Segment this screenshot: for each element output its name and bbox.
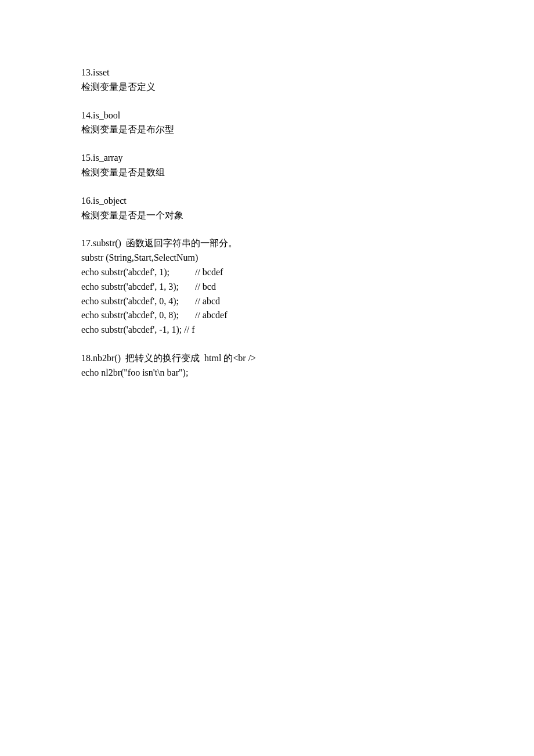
code-line: echo substr('abcdef', 1, 3); // bcd	[81, 280, 453, 294]
item-description: 检测变量是否定义	[81, 80, 453, 95]
code-line: echo substr('abcdef', 1); // bcdef	[81, 265, 453, 280]
section-17: 17.substr() 函数返回字符串的一部分。 substr (String,…	[81, 236, 453, 337]
code-line: echo nl2br("foo isn't\n bar");	[81, 366, 453, 380]
item-description: 检测变量是否是一个对象	[81, 208, 453, 223]
item-description: 检测变量是否是数组	[81, 165, 453, 180]
item-title: 18.nb2br() 把转义的换行变成 html 的<br />	[81, 351, 453, 366]
code-line: echo substr('abcdef', -1, 1); // f	[81, 323, 453, 337]
section-18: 18.nb2br() 把转义的换行变成 html 的<br /> echo nl…	[81, 351, 453, 380]
code-line: echo substr('abcdef', 0, 8); // abcdef	[81, 308, 453, 323]
section-16: 16.is_object 检测变量是否是一个对象	[81, 194, 453, 223]
item-title: 16.is_object	[81, 194, 453, 208]
item-title: 15.is_array	[81, 151, 453, 165]
item-description: 检测变量是否是布尔型	[81, 123, 453, 137]
item-title: 17.substr() 函数返回字符串的一部分。	[81, 236, 453, 251]
section-14: 14.is_bool 检测变量是否是布尔型	[81, 109, 453, 138]
code-line: echo substr('abcdef', 0, 4); // abcd	[81, 294, 453, 309]
code-line: substr (String,Start,SelectNum)	[81, 251, 453, 265]
item-title: 13.isset	[81, 66, 453, 80]
section-13: 13.isset 检测变量是否定义	[81, 66, 453, 95]
section-15: 15.is_array 检测变量是否是数组	[81, 151, 453, 180]
item-title: 14.is_bool	[81, 109, 453, 123]
